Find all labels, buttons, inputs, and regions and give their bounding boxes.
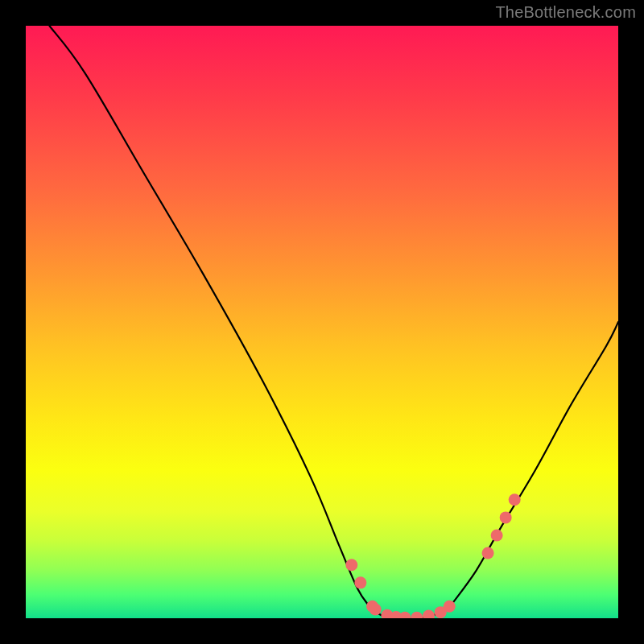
marker-dot	[411, 612, 423, 618]
marker-dot	[345, 559, 357, 571]
marker-dot	[491, 529, 503, 541]
marker-dot	[423, 610, 435, 618]
marker-dot	[369, 603, 382, 615]
plot-area	[26, 26, 618, 618]
chart-frame: TheBottleneck.com	[0, 0, 644, 644]
curve-left-arm	[49, 26, 369, 606]
marker-dot	[500, 511, 512, 523]
watermark-text: TheBottleneck.com	[495, 3, 636, 22]
marker-dot	[444, 601, 456, 613]
chart-svg	[26, 26, 618, 618]
marker-group	[345, 493, 520, 618]
curve-right-arm	[452, 322, 618, 604]
marker-dot	[509, 493, 521, 506]
marker-dot	[482, 547, 494, 559]
marker-dot	[354, 576, 366, 588]
marker-dot	[399, 612, 411, 618]
